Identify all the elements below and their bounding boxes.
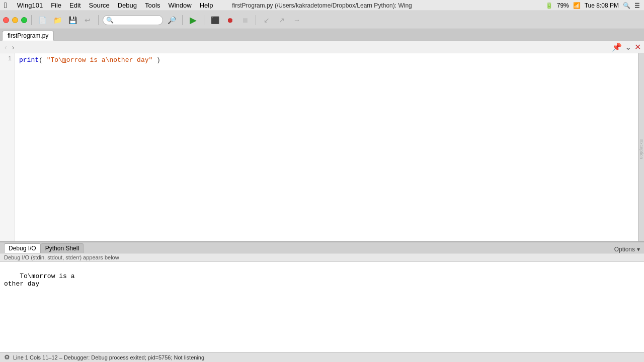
nav-back[interactable]: ‹ bbox=[3, 43, 9, 51]
code-editor[interactable]: 1 print( "To\morrow is a\nother day" ) bbox=[0, 53, 638, 241]
python-shell-label: Python Shell bbox=[45, 245, 79, 252]
status-bar: ⚙ Line 1 Cols 11–12 – Debugger: Debug pr… bbox=[0, 352, 644, 362]
bottom-tabs: Debug I/O Python Shell Options ▾ bbox=[0, 242, 644, 253]
exception-label: Exception bbox=[639, 139, 644, 159]
paren-close: ) bbox=[152, 56, 160, 64]
find-button[interactable]: 🔎 bbox=[165, 14, 178, 27]
output-line-2: other day bbox=[4, 280, 39, 288]
main-area: 1 print( "To\morrow is a\nother day" ) E… bbox=[0, 53, 644, 241]
search-icon-menubar[interactable]: 🔍 bbox=[623, 2, 630, 9]
debug-io-info: Debug I/O (stdin, stdout, stderr) appear… bbox=[0, 253, 644, 262]
menu-tools[interactable]: Tools bbox=[141, 1, 164, 10]
tabs-bar: firstProgram.py bbox=[0, 29, 644, 41]
nav-arrows: ‹ › bbox=[3, 43, 16, 51]
menubar-right: 🔋 79% 📶 Tue 8:08 PM 🔍 ☰ bbox=[545, 2, 640, 9]
stop-button[interactable]: ⏹ bbox=[238, 14, 252, 27]
tab-python-shell[interactable]: Python Shell bbox=[41, 243, 84, 253]
right-panel: Exception bbox=[638, 53, 644, 241]
search-box[interactable]: 🔍 bbox=[103, 15, 163, 25]
info-text: Debug I/O (stdin, stdout, stderr) appear… bbox=[4, 254, 119, 260]
code-content[interactable]: print( "To\morrow is a\nother day" ) bbox=[15, 53, 638, 241]
menu-bar:  Wing101 File Edit Source Debug Tools W… bbox=[0, 0, 644, 11]
gear-icon: ⚙ bbox=[4, 353, 10, 361]
bottom-panel: Debug I/O Python Shell Options ▾ Debug I… bbox=[0, 241, 644, 352]
search-input[interactable] bbox=[116, 17, 159, 23]
toolbar: 📄 📁 💾 ↩ 🔍 🔎 ▶ ⬛ ⏺ ⏹ ↙ ↗ → bbox=[0, 11, 644, 29]
editor-area[interactable]: 1 print( "To\morrow is a\nother day" ) bbox=[0, 53, 638, 241]
nav-forward[interactable]: › bbox=[11, 43, 16, 51]
battery-icon: 🔋 bbox=[545, 2, 553, 9]
tab-debug-io[interactable]: Debug I/O bbox=[4, 243, 41, 253]
save-button[interactable]: 💾 bbox=[66, 14, 79, 27]
paren-open: ( bbox=[39, 56, 47, 64]
step-out-button[interactable]: ↗ bbox=[275, 14, 288, 27]
open-file-button[interactable]: 📁 bbox=[51, 14, 64, 27]
list-icon[interactable]: ☰ bbox=[634, 2, 640, 9]
line-numbers: 1 bbox=[0, 53, 15, 241]
menu-edit[interactable]: Edit bbox=[65, 1, 85, 10]
options-label[interactable]: Options bbox=[614, 246, 635, 253]
options-arrow[interactable]: ▾ bbox=[637, 246, 640, 253]
down-icon[interactable]: ⌄ bbox=[625, 42, 631, 52]
menu-file[interactable]: File bbox=[47, 1, 65, 10]
record-button[interactable]: ⏺ bbox=[223, 14, 236, 27]
maximize-button[interactable] bbox=[21, 17, 27, 23]
step-in-button[interactable]: ↙ bbox=[260, 14, 273, 27]
menu-source[interactable]: Source bbox=[85, 1, 114, 10]
minimize-button[interactable] bbox=[12, 17, 18, 23]
battery-level: 79% bbox=[557, 2, 569, 9]
search-icon: 🔍 bbox=[106, 17, 114, 24]
menu-help[interactable]: Help bbox=[196, 1, 217, 10]
menu-wing101[interactable]: Wing101 bbox=[13, 1, 47, 10]
output-line-1: To\morrow is a bbox=[20, 273, 74, 280]
options-area: Options ▾ bbox=[614, 246, 644, 253]
nav-right-icons: 📌 ⌄ ✕ bbox=[612, 42, 641, 52]
debug-io-label: Debug I/O bbox=[9, 245, 36, 252]
undo-button[interactable]: ↩ bbox=[81, 14, 94, 27]
tab-firstprogram[interactable]: firstProgram.py bbox=[2, 31, 54, 41]
clock: Tue 8:08 PM bbox=[585, 2, 619, 9]
new-file-button[interactable]: 📄 bbox=[36, 14, 49, 27]
menu-window[interactable]: Window bbox=[164, 1, 195, 10]
window-title: firstProgram.py (/Users/kakradetome/Drop… bbox=[232, 2, 412, 9]
line-number-1: 1 bbox=[3, 55, 12, 62]
pin-icon[interactable]: 📌 bbox=[612, 42, 622, 52]
wifi-icon: 📶 bbox=[573, 2, 581, 9]
run-button[interactable]: ▶ bbox=[187, 14, 200, 27]
step-over-button[interactable]: → bbox=[290, 14, 303, 27]
tab-label: firstProgram.py bbox=[8, 32, 48, 39]
menu-debug[interactable]: Debug bbox=[114, 1, 141, 10]
nav-bar: ‹ › 📌 ⌄ ✕ bbox=[0, 41, 644, 53]
close-panel-icon[interactable]: ✕ bbox=[634, 42, 641, 52]
output-area[interactable]: To\morrow is a other day bbox=[0, 262, 644, 352]
debug-point-button[interactable]: ⬛ bbox=[208, 14, 221, 27]
close-button[interactable] bbox=[3, 17, 9, 23]
apple-logo[interactable]:  bbox=[4, 1, 7, 10]
string-literal: "To\morrow is a\nother day" bbox=[47, 56, 153, 64]
keyword-print: print bbox=[19, 56, 39, 64]
status-text: Line 1 Cols 11–12 – Debugger: Debug proc… bbox=[13, 354, 204, 360]
traffic-lights bbox=[3, 17, 27, 23]
